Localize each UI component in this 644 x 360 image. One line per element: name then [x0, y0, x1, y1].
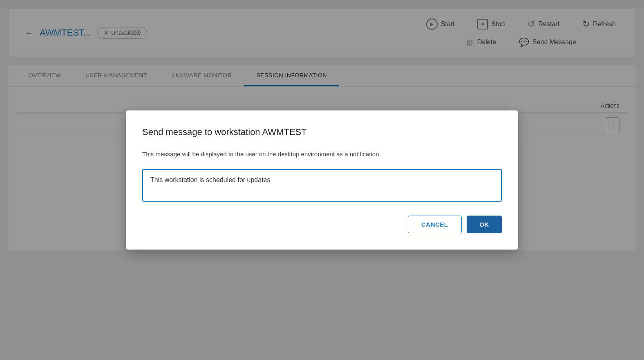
- modal-title: Send message to workstation AWMTEST: [142, 127, 502, 137]
- message-textarea[interactable]: [142, 169, 502, 202]
- modal-overlay: Send message to workstation AWMTEST This…: [0, 0, 644, 360]
- modal-actions: CANCEL OK: [142, 216, 502, 233]
- cancel-button[interactable]: CANCEL: [408, 216, 462, 233]
- ok-button[interactable]: OK: [467, 216, 502, 233]
- modal-description: This message will be displayed to the us…: [142, 150, 502, 159]
- modal-dialog: Send message to workstation AWMTEST This…: [126, 110, 518, 250]
